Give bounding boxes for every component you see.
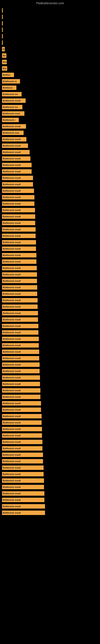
bar-row: Bottleneck result: [2, 304, 100, 310]
bar-row: Bottleneck result: [2, 240, 100, 245]
bar-row: Bottleneck result: [2, 446, 100, 451]
bar-label: Bottleneck result: [3, 183, 21, 186]
bar-row: Bottleneck result: [2, 169, 100, 174]
bar-label: Bottleneck resu: [3, 132, 19, 134]
bar-label: Bottleneck res: [3, 93, 18, 96]
bar-label: Bottleneck result: [3, 144, 21, 147]
bar-label: Bottleneck result: [3, 357, 21, 360]
bar-label: Bottleneck result: [3, 125, 21, 128]
bar-label: Bottleneck result: [3, 292, 21, 295]
bar-label: Bottleneck result: [3, 466, 21, 469]
bar-row: Bottleneck result: [2, 291, 100, 297]
bar-row: Bottleneck result: [2, 484, 100, 490]
bar-label: Bottleneck result: [3, 389, 21, 392]
bar-label: Bottleneck result: [3, 273, 21, 276]
bar-item: Bottleneck result: [2, 137, 26, 142]
bar-item: Bottleneck result: [2, 504, 45, 508]
bar-row: Bottleneck result: [2, 349, 100, 354]
bar-row: Bottleneck result: [2, 136, 100, 142]
bar-item: [2, 40, 3, 45]
bar-item: Bottleneck resul: [2, 111, 24, 116]
bar-item: Bottleneck result: [2, 510, 45, 515]
bar-item: Bottleneck result: [2, 356, 39, 360]
bar-item: Bottleneck result: [2, 414, 42, 418]
bar-item: Bottleneck result: [2, 382, 40, 386]
bar-item: Bottleneck result: [2, 369, 40, 373]
bar-item: [2, 21, 3, 26]
bar-row: Bottleneck result: [2, 194, 100, 200]
bar-item: Bottleneck r: [2, 118, 19, 122]
bar-item: Bottleneck result: [2, 292, 37, 296]
bar-item: Bottleneck result: [2, 408, 41, 412]
site-title: TheBottlenecker.com: [0, 0, 100, 6]
bar-row: Bottleneck result: [2, 375, 100, 380]
bar-item: Bottleneck result: [2, 304, 38, 309]
bar-label: Bottleneck result: [3, 331, 21, 334]
bar-label: Bottleneck result: [3, 492, 21, 495]
bar-label: Bottleneck result: [3, 312, 21, 314]
bar-row: Bottleneck result: [2, 465, 100, 470]
bar-item: Bottlen: [2, 73, 14, 77]
bar-item: Bottleneck result: [2, 498, 44, 502]
bar-item: Bottleneck result: [2, 246, 36, 251]
bar-row: Bottleneck result: [2, 149, 100, 155]
bar-label: Bottleneck result: [3, 228, 21, 231]
bar-row: Bottleneck result: [2, 156, 100, 162]
bar-label: Bottleneck result: [3, 215, 21, 218]
bar-item: Bottleneck result: [2, 234, 36, 238]
bar-item: Bottleneck result: [2, 388, 40, 393]
bar-label: Bottleneck result: [3, 177, 21, 179]
bar-item: Bottleneck result: [2, 452, 43, 457]
bar-row: Bot: [2, 59, 100, 65]
bar-label: Bottleneck result: [3, 512, 21, 514]
bar-row: Bottleneck result: [2, 356, 100, 361]
bar-item: Bottleneck result: [2, 240, 36, 244]
bar-item: Bottleneck result: [2, 343, 39, 348]
bar-row: Bottleneck result: [2, 252, 100, 258]
bar-label: Bottleneck result: [3, 260, 21, 263]
bar-item: Bottleneck result: [2, 285, 37, 290]
bar-label: Bottleneck result: [3, 286, 21, 288]
bar-item: Bottlenec: [2, 86, 16, 90]
bar-row: Bottleneck result: [2, 98, 100, 104]
bar-row: Bottleneck result: [2, 433, 100, 438]
bar-label: Bottleneck result: [3, 383, 21, 385]
bar-label: Bottleneck result: [3, 486, 21, 488]
bar-label: Bottleneck result: [3, 396, 21, 398]
bar-item: Bottleneck result: [2, 221, 35, 225]
bar-label: Bottleneck result: [3, 299, 21, 302]
bar-item: Bottleneck result: [2, 176, 33, 180]
bar-label: Bottleneck result: [3, 480, 21, 482]
bar-row: Bottleneck res: [2, 104, 100, 110]
bar-label: Bottleneck result: [3, 235, 21, 237]
bar-row: Bottleneck result: [2, 497, 100, 503]
bar-label: Bottleneck result: [3, 460, 21, 462]
bar-row: Bottleneck result: [2, 188, 100, 194]
bar-item: Bottleneck result: [2, 401, 41, 406]
bar-item: Bottleneck result: [2, 491, 44, 496]
bar-label: Bottleneck result: [3, 196, 21, 198]
bar-label: Bottleneck result: [3, 441, 21, 443]
bar-row: Bottleneck result: [2, 182, 100, 187]
bar-item: Bottleneck resu: [2, 130, 24, 135]
bar-item: Bottleneck result: [2, 253, 36, 258]
bar-label: Bottleneck res: [3, 106, 18, 108]
bar-item: Bo: [2, 53, 6, 58]
bar-item: Bottleneck result: [2, 324, 38, 328]
bar-row: Bottleneck result: [2, 284, 100, 290]
bar-row: Bottleneck result: [2, 491, 100, 496]
bar-label: Bottleneck result: [3, 241, 21, 244]
bar-label: Bottleneck r: [3, 119, 16, 121]
bar-label: Bottleneck result: [3, 170, 21, 173]
bar-row: Bottleneck result: [2, 226, 100, 232]
bar-label: Bottleneck result: [3, 364, 21, 366]
bar-item: Bottleneck result: [2, 317, 38, 322]
bar-label: Bottleneck result: [3, 422, 21, 424]
bar-row: Bottleneck result: [2, 298, 100, 303]
bar-item: Bottleneck result: [2, 485, 44, 489]
bar-item: Bottleneck result: [2, 472, 44, 476]
bar-label: Bottleneck result: [3, 376, 21, 379]
bar-row: Bottleneck resul: [2, 111, 100, 116]
bar-row: Bottleneck result: [2, 510, 100, 516]
bar-item: Bottleneck result: [2, 188, 34, 193]
